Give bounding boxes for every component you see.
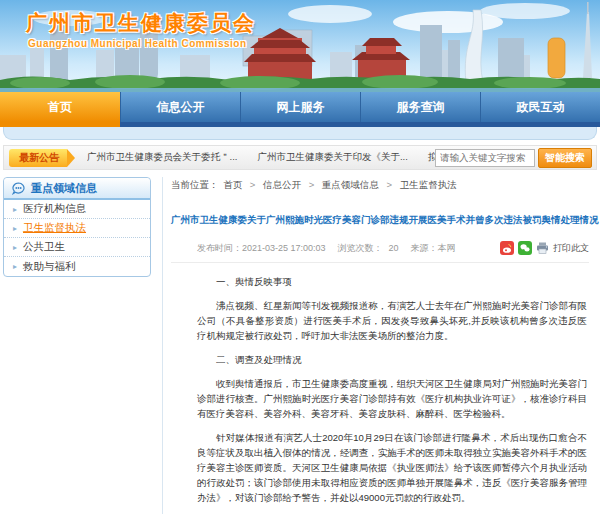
active-tab-strip bbox=[0, 122, 120, 127]
search-input[interactable] bbox=[435, 149, 535, 167]
page-title: 广州市卫生健康委关于广州熙施时光医疗美容门诊部违规开展医美手术并曾多次违法被罚舆… bbox=[171, 214, 589, 227]
breadcrumb-home[interactable]: 首页 bbox=[223, 179, 242, 190]
wechat-share-icon[interactable] bbox=[518, 241, 532, 255]
sidebar-item-label: 医疗机构信息 bbox=[23, 202, 86, 216]
main-nav: 首页 信息公开 网上服务 服务查询 政民互动 bbox=[0, 92, 600, 122]
article-paragraph: 沸点视频、红星新闻等刊发视频报道称，有演艺人士去年在广州熙施时光美容门诊部有限公… bbox=[197, 298, 587, 343]
printer-icon[interactable] bbox=[536, 242, 549, 254]
site-subtitle: Guangzhou Municipal Health Commission bbox=[28, 38, 247, 49]
announcement-link-3[interactable]: 拟申请设置广州希玛林顺潮眼科 bbox=[428, 151, 435, 164]
inactive-tab-strip bbox=[120, 122, 600, 127]
source-value: 本网 bbox=[438, 242, 456, 255]
weibo-share-icon[interactable] bbox=[500, 241, 514, 255]
views-value: 20 bbox=[389, 243, 399, 253]
article-paragraph: 二、调查及处理情况 bbox=[197, 352, 587, 367]
breadcrumb-health-supervision[interactable]: 卫生监督执法 bbox=[400, 179, 457, 190]
views-label: 浏览次数： bbox=[338, 242, 383, 255]
announcement-link-2[interactable]: 广州市卫生健康委关于印发《关于... bbox=[257, 151, 407, 164]
arrow-icon: ▸ bbox=[13, 205, 17, 214]
announcement-link-1[interactable]: 广州市卫生健康委员会关于委托＂... bbox=[87, 151, 237, 164]
breadcrumb: 当前位置： 首页 > 信息公开 > 重点领域信息 > 卫生监督执法 bbox=[171, 177, 589, 198]
site-title: 广州市卫生健康委员会 bbox=[26, 9, 256, 37]
breadcrumb-key-areas[interactable]: 重点领域信息 bbox=[322, 179, 379, 190]
article-content: 当前位置： 首页 > 信息公开 > 重点领域信息 > 卫生监督执法 广州市卫生健… bbox=[162, 177, 597, 514]
main-area: 重点领域信息 ▸ 医疗机构信息 ▸ 卫生监督执法 ▸ 公共卫生 ▸ 救助与福利 … bbox=[0, 170, 600, 514]
nav-tab-service-query[interactable]: 服务查询 bbox=[360, 92, 480, 122]
nav-tab-info-disclosure[interactable]: 信息公开 bbox=[120, 92, 240, 122]
announcement-ticker: 最新公告 广州市卫生健康委员会关于委托＂... 广州市卫生健康委关于印发《关于.… bbox=[3, 145, 597, 170]
sidebar-item-medical-institution-info[interactable]: ▸ 医疗机构信息 bbox=[4, 200, 150, 219]
article-paragraph: 一、舆情反映事项 bbox=[197, 274, 587, 289]
smart-search-button[interactable]: 智能搜索 bbox=[538, 148, 592, 168]
sidebar-item-label: 救助与福利 bbox=[23, 260, 76, 274]
sidebar-header: 重点领域信息 bbox=[4, 178, 150, 200]
sidebar-item-aid-welfare[interactable]: ▸ 救助与福利 bbox=[4, 257, 150, 276]
sidebar-item-label: 卫生监督执法 bbox=[23, 221, 86, 235]
publish-time-value: 2021-03-25 17:00:03 bbox=[242, 243, 326, 253]
nav-tab-online-services[interactable]: 网上服务 bbox=[240, 92, 360, 122]
arrow-icon: ▸ bbox=[13, 243, 17, 252]
nav-tab-public-interaction[interactable]: 政民互动 bbox=[480, 92, 600, 122]
sidebar-item-public-health[interactable]: ▸ 公共卫生 bbox=[4, 238, 150, 257]
article-meta: 发布时间： 2021-03-25 17:00:03 浏览次数： 20 来源： 本… bbox=[171, 241, 589, 263]
sidebar-item-health-supervision[interactable]: ▸ 卫生监督执法 bbox=[4, 219, 150, 238]
breadcrumb-info-disclosure[interactable]: 信息公开 bbox=[263, 179, 301, 190]
breadcrumb-prefix: 当前位置： bbox=[171, 179, 219, 190]
site-header: 广州市卫生健康委员会 Guangzhou Municipal Health Co… bbox=[0, 0, 600, 92]
article-body: 一、舆情反映事项 沸点视频、红星新闻等刊发视频报道称，有演艺人士去年在广州熙施时… bbox=[171, 263, 589, 514]
breadcrumb-separator: > bbox=[309, 179, 315, 190]
breadcrumb-separator: > bbox=[250, 179, 256, 190]
print-article-link[interactable]: 打印此文 bbox=[553, 242, 589, 255]
arrow-icon: ▸ bbox=[13, 262, 17, 271]
announcement-links: 广州市卫生健康委员会关于委托＂... 广州市卫生健康委关于印发《关于... 拟申… bbox=[87, 151, 435, 164]
latest-announcement-badge: 最新公告 bbox=[9, 149, 67, 167]
sidebar-title: 重点领域信息 bbox=[31, 181, 97, 196]
article-paragraph: 针对媒体报道有演艺人士2020年10月29日在该门诊部进行隆鼻术，术后出现伤口愈… bbox=[197, 430, 587, 505]
sidebar: 重点领域信息 ▸ 医疗机构信息 ▸ 卫生监督执法 ▸ 公共卫生 ▸ 救助与福利 bbox=[3, 177, 151, 277]
nav-underline-strip bbox=[0, 122, 600, 127]
arrow-icon: ▸ bbox=[13, 224, 17, 233]
publish-time-label: 发布时间： bbox=[197, 242, 242, 255]
speech-bubble-icon bbox=[12, 182, 25, 195]
source-label: 来源： bbox=[411, 242, 438, 255]
sidebar-item-label: 公共卫生 bbox=[23, 240, 65, 254]
article-paragraph: 收到舆情通报后，市卫生健康委高度重视，组织天河区卫生健康局对广州熙施时光美容门诊… bbox=[197, 376, 587, 421]
nav-tab-home[interactable]: 首页 bbox=[0, 92, 120, 122]
breadcrumb-separator: > bbox=[386, 179, 392, 190]
submenu-bar bbox=[3, 127, 597, 140]
search-area: 智能搜索 bbox=[435, 148, 592, 168]
